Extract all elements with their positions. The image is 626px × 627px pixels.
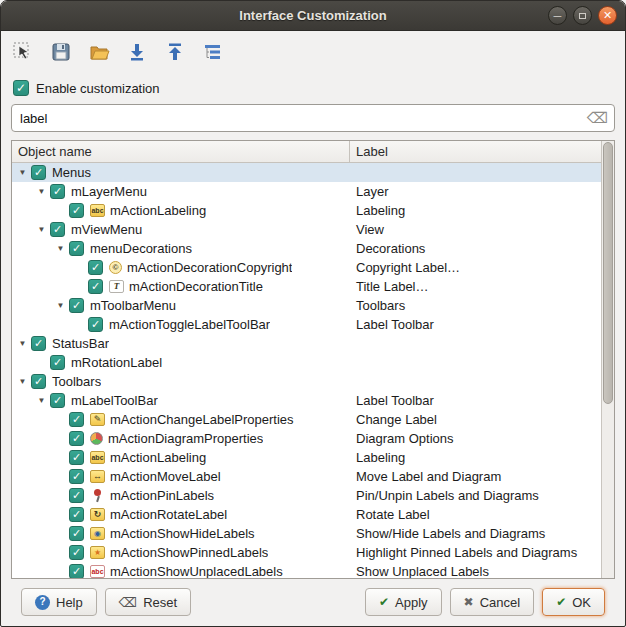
enable-customization-checkbox[interactable] — [13, 80, 29, 96]
reset-label: Reset — [143, 595, 177, 610]
expander-icon[interactable]: ▼ — [35, 187, 48, 196]
cancel-button[interactable]: ✖ Cancel — [450, 588, 535, 616]
row-checkbox[interactable] — [69, 488, 84, 503]
help-icon: ? — [35, 595, 50, 610]
expand-all-button[interactable] — [123, 38, 151, 66]
row-checkbox[interactable] — [69, 507, 84, 522]
catch-widgets-button[interactable] — [9, 38, 37, 66]
row-checkbox[interactable] — [88, 279, 103, 294]
help-label: Help — [56, 595, 83, 610]
row-checkbox[interactable] — [31, 336, 46, 351]
reset-icon: ⌫ — [119, 596, 137, 609]
customization-tree: Object name Label ▼Menus▼mLayerMenuLayer… — [11, 140, 615, 579]
object-label: Title Label… — [350, 277, 601, 296]
tree-row-mActionChangeLabelProperties[interactable]: mActionChangeLabelPropertiesChange Label — [12, 410, 601, 429]
tree-row-menuDecorations[interactable]: ▼menuDecorationsDecorations — [12, 239, 601, 258]
expander-icon[interactable]: ▼ — [54, 301, 67, 310]
help-button[interactable]: ? Help — [21, 588, 97, 616]
search-input[interactable] — [11, 104, 615, 132]
show-pinned-icon — [90, 546, 105, 559]
arrow-up-bar-icon — [164, 41, 186, 63]
row-checkbox[interactable] — [88, 317, 103, 332]
object-name: mActionShowUnplacedLabels — [110, 564, 283, 578]
tree-row-mViewMenu[interactable]: ▼mViewMenuView — [12, 220, 601, 239]
tree-row-mActionDecorationCopyright[interactable]: mActionDecorationCopyrightCopyright Labe… — [12, 258, 601, 277]
tree-row-mActionToggleLabelToolBar[interactable]: mActionToggleLabelToolBarLabel Toolbar — [12, 315, 601, 334]
object-label: Move Label and Diagram — [350, 467, 601, 486]
select-all-button[interactable] — [199, 38, 227, 66]
tree-row-Toolbars[interactable]: ▼Toolbars — [12, 372, 601, 391]
tree-row-mActionDecorationTitle[interactable]: mActionDecorationTitleTitle Label… — [12, 277, 601, 296]
tree-row-mActionPinLabels[interactable]: mActionPinLabelsPin/Unpin Labels and Dia… — [12, 486, 601, 505]
ok-check-icon: ✔ — [556, 596, 566, 608]
maximize-button[interactable] — [573, 6, 592, 25]
load-customization-button[interactable] — [85, 38, 113, 66]
row-checkbox[interactable] — [69, 526, 84, 541]
close-button[interactable]: ✕ — [598, 6, 617, 25]
scrollbar-thumb[interactable] — [603, 142, 613, 404]
expander-icon[interactable]: ▼ — [35, 396, 48, 405]
tree-row-mLayerMenu[interactable]: ▼mLayerMenuLayer — [12, 182, 601, 201]
tree-row-mActionRotateLabel[interactable]: mActionRotateLabelRotate Label — [12, 505, 601, 524]
tree-row-mActionLabeling[interactable]: mActionLabelingLabeling — [12, 448, 601, 467]
object-label — [350, 334, 601, 353]
tree-row-mLabelToolBar[interactable]: ▼mLabelToolBarLabel Toolbar — [12, 391, 601, 410]
row-checkbox[interactable] — [31, 374, 46, 389]
folder-open-icon — [88, 41, 110, 63]
minimize-button[interactable]: ─ — [548, 6, 567, 25]
apply-button[interactable]: ✔ Apply — [365, 588, 442, 616]
row-checkbox[interactable] — [69, 545, 84, 560]
object-label: Labeling — [350, 201, 601, 220]
ok-button[interactable]: ✔ OK — [542, 588, 605, 616]
tree-row-mActionMoveLabel[interactable]: mActionMoveLabelMove Label and Diagram — [12, 467, 601, 486]
tree-row-mActionDiagramProperties[interactable]: mActionDiagramPropertiesDiagram Options — [12, 429, 601, 448]
row-checkbox[interactable] — [69, 431, 84, 446]
row-checkbox[interactable] — [50, 222, 65, 237]
tree-row-StatusBar[interactable]: ▼StatusBar — [12, 334, 601, 353]
expander-icon[interactable]: ▼ — [16, 168, 29, 177]
column-header-object-name[interactable]: Object name — [12, 141, 350, 162]
row-checkbox[interactable] — [50, 355, 65, 370]
tree-row-Menus[interactable]: ▼Menus — [12, 163, 601, 182]
expander-icon[interactable]: ▼ — [16, 377, 29, 386]
object-name: Menus — [52, 165, 91, 180]
row-checkbox[interactable] — [69, 469, 84, 484]
row-checkbox[interactable] — [50, 184, 65, 199]
diagram-icon — [90, 432, 103, 445]
tree-header: Object name Label — [12, 141, 614, 163]
row-checkbox[interactable] — [69, 564, 84, 578]
title-icon — [109, 280, 124, 293]
row-checkbox[interactable] — [88, 260, 103, 275]
vertical-scrollbar[interactable] — [601, 141, 614, 578]
clear-search-icon[interactable]: ⌫ — [587, 109, 608, 127]
row-checkbox[interactable] — [69, 412, 84, 427]
row-checkbox[interactable] — [69, 241, 84, 256]
row-checkbox[interactable] — [69, 203, 84, 218]
tree-row-mToolbarMenu[interactable]: ▼mToolbarMenuToolbars — [12, 296, 601, 315]
expander-icon[interactable]: ▼ — [35, 225, 48, 234]
expander-icon[interactable]: ▼ — [16, 339, 29, 348]
object-name: mActionLabeling — [110, 203, 206, 218]
object-label: Toolbars — [350, 296, 601, 315]
column-header-label[interactable]: Label — [350, 141, 614, 162]
cancel-label: Cancel — [480, 595, 520, 610]
copyright-icon — [109, 261, 122, 274]
titlebar[interactable]: Interface Customization ─ ✕ — [1, 1, 625, 31]
save-customization-button[interactable] — [47, 38, 75, 66]
object-label: Change Label — [350, 410, 601, 429]
collapse-all-button[interactable] — [161, 38, 189, 66]
tree-row-mActionShowPinnedLabels[interactable]: mActionShowPinnedLabelsHighlight Pinned … — [12, 543, 601, 562]
cursor-select-icon — [12, 41, 34, 63]
save-icon — [50, 41, 72, 63]
tree-row-mActionShowUnplacedLabels[interactable]: mActionShowUnplacedLabelsShow Unplaced L… — [12, 562, 601, 578]
tree-row-mActionShowHideLabels[interactable]: mActionShowHideLabelsShow/Hide Labels an… — [12, 524, 601, 543]
expander-icon[interactable]: ▼ — [54, 244, 67, 253]
tree-row-mActionLabeling[interactable]: mActionLabelingLabeling — [12, 201, 601, 220]
row-checkbox[interactable] — [69, 450, 84, 465]
tree-row-mRotationLabel[interactable]: mRotationLabel — [12, 353, 601, 372]
row-checkbox[interactable] — [69, 298, 84, 313]
object-label: View — [350, 220, 601, 239]
row-checkbox[interactable] — [31, 165, 46, 180]
row-checkbox[interactable] — [50, 393, 65, 408]
reset-button[interactable]: ⌫ Reset — [105, 588, 191, 616]
